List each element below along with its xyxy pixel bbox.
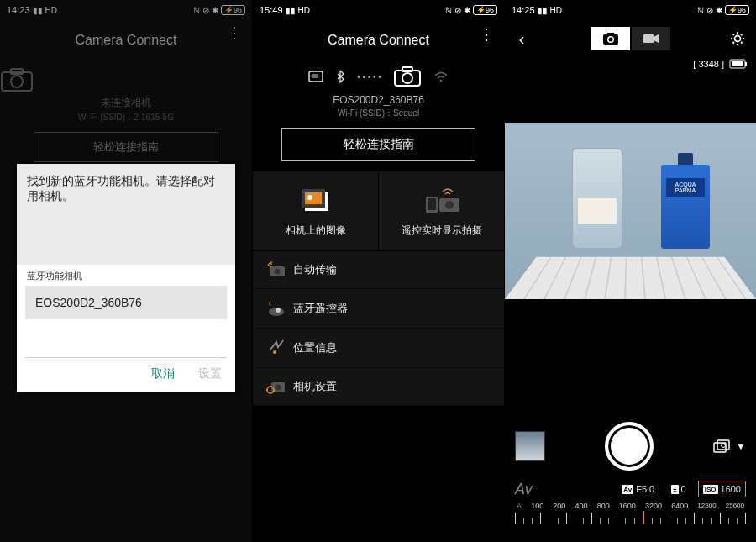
svg-point-13 bbox=[307, 195, 312, 200]
camera-settings-icon bbox=[266, 378, 293, 395]
scale-tick bbox=[558, 518, 559, 524]
ev-badge: ± bbox=[671, 485, 678, 494]
bt-remote-icon bbox=[266, 299, 293, 318]
scale-label: 12800 bbox=[697, 502, 716, 510]
menu-label: 自动传输 bbox=[293, 262, 337, 277]
scale-label: A bbox=[517, 502, 522, 510]
screen-3: 14:25 ▮▮ HD ℕ ⊘ ✱ ⚡96 ‹ [ 3348 ] bbox=[504, 0, 756, 542]
scale-tick bbox=[728, 518, 729, 524]
svg-point-22 bbox=[273, 350, 276, 354]
back-button[interactable]: ‹ bbox=[512, 29, 532, 49]
settings-icon[interactable] bbox=[729, 30, 749, 47]
svg-point-31 bbox=[735, 36, 741, 42]
tile-label: 相机上的图像 bbox=[258, 224, 373, 238]
dialog-section-label: 蓝牙功能相机 bbox=[17, 265, 235, 286]
ev-box[interactable]: ± 0 bbox=[666, 481, 691, 497]
svg-point-37 bbox=[722, 444, 726, 448]
scale-label: 100 bbox=[531, 502, 543, 510]
pairing-dialog: 找到新的蓝牙功能相机。请选择配对用相机。 蓝牙功能相机 EOS200D2_360… bbox=[17, 164, 235, 392]
cancel-button[interactable]: 取消 bbox=[151, 366, 175, 382]
connection-path-row: • • • • • bbox=[253, 66, 504, 87]
dnd-icon: ⊘ bbox=[454, 6, 461, 15]
scale-tick bbox=[737, 518, 738, 524]
scale-tick bbox=[694, 513, 695, 524]
tab-video[interactable] bbox=[632, 27, 670, 50]
ok-button[interactable]: 设置 bbox=[198, 366, 222, 382]
iso-box[interactable]: ISO 1600 bbox=[698, 481, 746, 497]
device-list-item[interactable]: EOS200D2_360B76 bbox=[25, 286, 227, 319]
device-icon bbox=[308, 71, 323, 82]
info-row: [ 3348 ] bbox=[505, 57, 756, 71]
bottle-clear bbox=[572, 148, 622, 249]
scale-tick bbox=[711, 518, 712, 524]
photos-icon bbox=[258, 187, 373, 215]
hd-icon: HD bbox=[298, 6, 310, 15]
scale-tick bbox=[532, 518, 533, 524]
shutter-button[interactable] bbox=[605, 422, 654, 471]
scale-tick bbox=[549, 518, 549, 524]
battery-icon bbox=[729, 59, 748, 69]
scale-tick bbox=[643, 511, 644, 524]
svg-point-19 bbox=[275, 269, 281, 275]
chevron-down-icon[interactable]: ▼ bbox=[736, 440, 746, 452]
camera-name-text: EOS200D2_360B76 bbox=[253, 94, 504, 106]
bluetooth-icon: ✱ bbox=[464, 6, 470, 15]
last-photo-thumbnail[interactable] bbox=[515, 431, 545, 461]
tab-photo[interactable] bbox=[591, 27, 630, 50]
menu-label: 蓝牙遥控器 bbox=[293, 301, 348, 316]
scale-tick bbox=[720, 513, 721, 524]
scale-label: 3200 bbox=[645, 502, 662, 510]
tile-images[interactable]: 相机上的图像 bbox=[253, 171, 379, 250]
battery-indicator: ⚡96 bbox=[725, 5, 749, 15]
menu-auto-transfer[interactable]: 自动传输 bbox=[253, 251, 504, 289]
menu-location[interactable]: 位置信息 bbox=[253, 329, 504, 368]
svg-point-7 bbox=[402, 73, 412, 83]
wifi-icon bbox=[433, 71, 449, 82]
ev-value: 0 bbox=[681, 484, 686, 494]
svg-rect-15 bbox=[428, 198, 436, 210]
signal-icon: ▮▮ bbox=[538, 6, 548, 15]
battery-indicator: ⚡96 bbox=[473, 5, 497, 15]
svg-point-9 bbox=[440, 80, 442, 82]
dnd-icon: ⊘ bbox=[706, 6, 713, 15]
aperture-box[interactable]: Av F5.0 bbox=[617, 481, 659, 497]
bottle-blue bbox=[661, 165, 710, 249]
overflow-menu-icon[interactable]: ⋮ bbox=[479, 32, 494, 37]
svg-rect-33 bbox=[732, 61, 743, 66]
iso-scale[interactable]: A1002004008001600320064001280025600 bbox=[505, 502, 756, 537]
exposure-row: Av Av F5.0 ± 0 ISO 1600 bbox=[505, 476, 756, 502]
scale-tick bbox=[600, 518, 601, 524]
hd-icon: HD bbox=[550, 6, 562, 15]
nfc-icon: ℕ bbox=[697, 6, 704, 15]
scale-tick bbox=[677, 518, 678, 524]
svg-point-17 bbox=[445, 201, 454, 209]
scale-tick bbox=[608, 518, 609, 524]
scale-tick bbox=[652, 518, 653, 524]
scale-tick bbox=[617, 513, 617, 524]
overflow-menu-icon[interactable]: ⋮ bbox=[227, 30, 242, 35]
scale-label: 400 bbox=[575, 502, 588, 510]
status-bar: 14:25 ▮▮ HD ℕ ⊘ ✱ ⚡96 bbox=[505, 0, 756, 20]
drive-mode-icon[interactable] bbox=[712, 439, 731, 454]
connection-guide-button[interactable]: 轻松连接指南 bbox=[281, 128, 475, 161]
scale-label: 6400 bbox=[671, 502, 688, 510]
scale-tick bbox=[540, 513, 541, 524]
scale-label: 25600 bbox=[726, 502, 744, 510]
scale-tick bbox=[591, 513, 592, 524]
svg-rect-3 bbox=[309, 71, 323, 82]
auto-transfer-icon bbox=[266, 261, 293, 278]
svg-rect-34 bbox=[745, 62, 747, 66]
svg-point-24 bbox=[276, 385, 281, 391]
mode-tabs bbox=[537, 27, 724, 50]
iso-value: 1600 bbox=[721, 484, 741, 494]
menu-settings[interactable]: 相机设置 bbox=[253, 368, 504, 406]
live-view[interactable] bbox=[505, 123, 756, 299]
svg-rect-8 bbox=[402, 67, 412, 71]
clock: 14:25 bbox=[512, 5, 535, 15]
camera-icon bbox=[393, 66, 422, 87]
tile-label: 遥控实时显示拍摄 bbox=[384, 224, 499, 238]
bluetooth-icon: ✱ bbox=[716, 6, 722, 15]
menu-bt-remote[interactable]: 蓝牙遥控器 bbox=[253, 289, 504, 329]
tile-remote-shoot[interactable]: 遥控实时显示拍摄 bbox=[379, 171, 504, 250]
dialog-message: 找到新的蓝牙功能相机。请选择配对用相机。 bbox=[17, 164, 235, 265]
